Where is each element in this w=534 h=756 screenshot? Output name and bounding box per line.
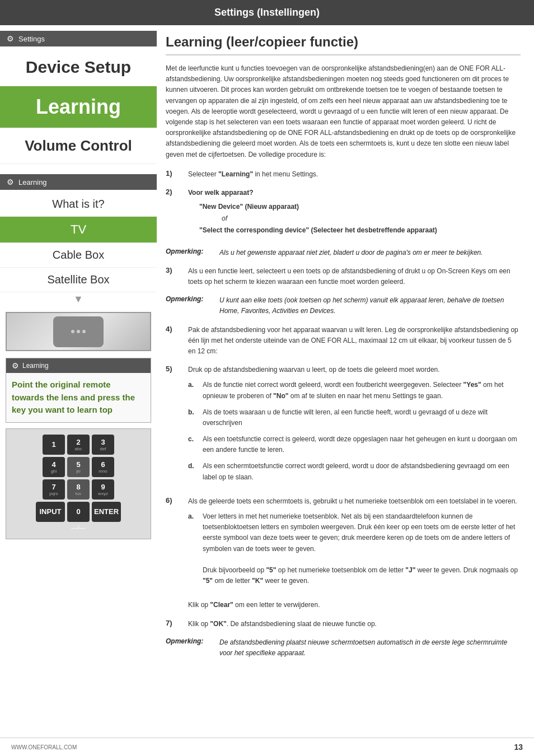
footer-page-number: 13 — [514, 743, 523, 752]
key-4-sub: ghi — [51, 469, 57, 474]
step-5b-content: Als de toets waaraan u de functie wilt l… — [203, 407, 521, 428]
step-5-sub-steps: a. Als de functie niet correct wordt gel… — [188, 380, 521, 483]
step-5d: d. Als een schermtoetsfunctie correct wo… — [188, 461, 521, 482]
key-2-label: 2 — [76, 438, 80, 446]
sidebar-settings-label: Settings — [18, 35, 45, 43]
step-7: 7) Klik op "OK". De afstandsbediening sl… — [166, 619, 521, 629]
step-5: 5) Druk op de afstandsbediening waarvan … — [166, 365, 521, 488]
step-1-num: 1) — [166, 169, 179, 178]
header-title: Settings (Instellingen) — [214, 7, 320, 18]
key-9[interactable]: 9 wxyz — [92, 479, 114, 500]
step-5-content: Druk op de afstandsbediening waarvan u l… — [188, 365, 521, 488]
key-7[interactable]: 7 pqrs — [43, 479, 65, 500]
main-section-title: Learning (leer/copieer functie) — [166, 34, 521, 55]
step-5d-label: d. — [188, 461, 197, 482]
step-4-content: Pak de afstandsbediening voor het appara… — [188, 325, 521, 357]
key-3[interactable]: 3 def — [92, 435, 114, 455]
sidebar-item-volume-control[interactable]: Volume Control — [0, 128, 157, 164]
sidebar-item-cable-box[interactable]: Cable Box — [0, 243, 157, 268]
key-1[interactable]: 1 — [43, 435, 65, 455]
sidebar-item-device-setup-label: Device Setup — [26, 58, 131, 76]
keypad-row-4: INPUT 0 ENTER — [11, 502, 146, 522]
key-8[interactable]: 8 tuv — [67, 479, 90, 500]
key-7-label: 7 — [51, 483, 55, 491]
note-3-label: Opmerking: — [166, 295, 210, 316]
note-after-step-2: Opmerking: Als u het gewenste apparaat n… — [166, 248, 521, 258]
device-option-new: "New Device" (Nieuw apparaat) — [199, 202, 521, 212]
dot-1 — [71, 330, 74, 333]
intro-text: Met de leerfunctie kunt u functies toevo… — [166, 63, 521, 160]
keypad-row-1: 1 2 abc 3 def — [11, 435, 146, 455]
note-after-step-7: Opmerking: De afstandsbediening plaatst … — [166, 637, 521, 659]
remote-placeholder — [7, 313, 150, 350]
clear-content: Klik op "Clear" om een letter te verwijd… — [188, 600, 521, 610]
dot-3 — [82, 330, 86, 333]
gear-icon-sub: ⚙ — [7, 178, 14, 186]
note-7-label: Opmerking: — [166, 637, 210, 659]
step-5a-label: a. — [188, 380, 197, 401]
step-1-bold: "Learning" — [218, 170, 253, 178]
step-5d-content: Als een schermtoetsfunctie correct wordt… — [203, 461, 521, 482]
key-5-label: 5 — [76, 460, 80, 469]
sidebar-settings-bar: ⚙ Settings — [0, 31, 157, 46]
footer-website: WWW.ONEFORALL.COM — [11, 744, 77, 750]
key-1-label: 1 — [51, 440, 55, 449]
dot-2 — [77, 330, 80, 333]
step-5c-content: Als een toetsfunctie correct is geleerd,… — [203, 434, 521, 455]
key-5[interactable]: 5 jkl — [67, 457, 90, 477]
step-6a-content: Voer letters in met het numerieke toetse… — [203, 511, 521, 586]
step-3: 3) Als u een functie leert, selecteert u… — [166, 266, 521, 287]
step-6-content: Als de geleerde toets een schermtoets is… — [188, 496, 521, 592]
sidebar-item-volume-label: Volume Control — [25, 137, 132, 154]
step-5b-label: b. — [188, 407, 197, 428]
step-1: 1) Selecteer "Learning" in het menu Sett… — [166, 169, 521, 180]
key-4[interactable]: 4 ghi — [43, 457, 65, 477]
step-6a: a. Voer letters in met het numerieke toe… — [188, 511, 521, 586]
step-2-question: Voor welk apparaat? — [188, 189, 253, 197]
step-5-num: 5) — [166, 365, 179, 373]
key-input[interactable]: INPUT — [36, 502, 65, 522]
keypad-row-5: —/— — [11, 524, 146, 531]
step-5c: c. Als een toetsfunctie correct is gelee… — [188, 434, 521, 455]
sidebar-item-satellite-box[interactable]: Satellite Box — [0, 268, 157, 292]
remote-dots — [71, 330, 86, 333]
sidebar-item-learning-label: Learning — [36, 95, 121, 118]
sidebar-item-satellitebox-label: Satellite Box — [47, 273, 109, 286]
key-0[interactable]: 0 — [67, 502, 90, 522]
sidebar-sub-settings-bar: ⚙ Learning — [0, 174, 157, 190]
sidebar-item-device-setup[interactable]: Device Setup — [0, 49, 157, 86]
device-option-select: "Select the corresponding device" (Selec… — [199, 225, 521, 236]
step-2: 2) Voor welk apparaat? "New Device" (Nie… — [166, 188, 521, 240]
key-enter-label: ENTER — [94, 507, 119, 516]
sidebar-sub-settings-label: Learning — [18, 178, 47, 186]
note-3-text: U kunt aan elke toets (ook toetsen op he… — [219, 295, 521, 316]
note-7-text: De afstandsbediening plaatst nieuwe sche… — [219, 637, 521, 659]
sidebar: ⚙ Settings Device Setup Learning Volume … — [0, 25, 157, 683]
sidebar-item-whatisit-label: What is it? — [52, 198, 104, 210]
step-5b: b. Als de toets waaraan u de functie wil… — [188, 407, 521, 428]
step-3-num: 3) — [166, 266, 179, 274]
key-8-sub: tuv — [76, 491, 82, 496]
key-6[interactable]: 6 mno — [92, 457, 114, 477]
key-2[interactable]: 2 abc — [67, 435, 90, 455]
remote-inner — [53, 316, 104, 347]
learning-box-title-bar: ⚙ Learning — [6, 358, 151, 373]
keypad-row-2: 4 ghi 5 jkl 6 mno — [11, 457, 146, 477]
key-5-sub: jkl — [76, 469, 81, 474]
device-options: "New Device" (Nieuw apparaat) of "Select… — [199, 202, 521, 236]
key-6-sub: mno — [99, 469, 107, 474]
main-content: Learning (leer/copieer functie) Met de l… — [157, 25, 534, 683]
note-after-step-3: Opmerking: U kunt aan elke toets (ook to… — [166, 295, 521, 316]
scroll-arrow-down[interactable]: ▼ — [0, 293, 157, 305]
sidebar-item-tv[interactable]: TV — [0, 217, 157, 243]
sidebar-item-learning[interactable]: Learning — [0, 86, 157, 128]
key-2-sub: abc — [75, 446, 82, 451]
step-2-content: Voor welk apparaat? "New Device" (Nieuw … — [188, 188, 521, 240]
step-1-content: Selecteer "Learning" in het menu Setting… — [188, 169, 521, 180]
sidebar-item-tv-label: TV — [71, 222, 86, 236]
page-header: Settings (Instellingen) — [0, 0, 534, 25]
key-enter[interactable]: ENTER — [92, 502, 121, 522]
note-2-label: Opmerking: — [166, 248, 210, 258]
sidebar-item-what-is-it[interactable]: What is it? — [0, 192, 157, 217]
clear-line: Klik op "Clear" om een letter te verwijd… — [166, 600, 521, 610]
